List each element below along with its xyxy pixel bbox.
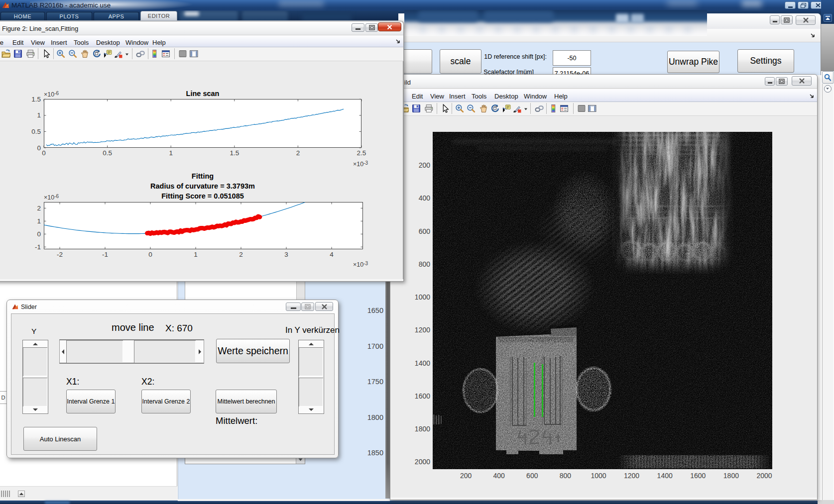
svg-text:0: 0 (42, 149, 46, 157)
svg-text:0: 0 (37, 144, 41, 152)
svg-text:×10-6: ×10-6 (44, 194, 59, 201)
svg-text:2: 2 (239, 251, 243, 258)
svg-text:4: 4 (330, 251, 334, 258)
svg-text:Fitting Score = 0.051085: Fitting Score = 0.051085 (161, 192, 244, 200)
svg-text:×10-3: ×10-3 (353, 261, 368, 268)
svg-text:2.5: 2.5 (357, 149, 366, 157)
svg-text:0: 0 (37, 230, 41, 238)
svg-text:1: 1 (37, 217, 41, 225)
svg-text:×10-6: ×10-6 (44, 91, 59, 98)
svg-text:0: 0 (148, 251, 152, 258)
svg-text:1.5: 1.5 (31, 96, 41, 103)
svg-text:2: 2 (37, 204, 41, 212)
svg-text:Radius of curvature = 3.3793m: Radius of curvature = 3.3793m (150, 182, 255, 190)
svg-text:3: 3 (284, 251, 288, 258)
svg-text:1: 1 (169, 149, 173, 157)
svg-text:1: 1 (37, 111, 41, 119)
svg-text:Line scan: Line scan (186, 90, 220, 98)
svg-text:1: 1 (194, 251, 198, 258)
svg-text:0.5: 0.5 (31, 128, 41, 135)
svg-text:-1: -1 (35, 243, 41, 251)
svg-text:0.5: 0.5 (103, 149, 112, 157)
svg-text:1.5: 1.5 (230, 149, 239, 157)
svg-text:Fitting: Fitting (192, 172, 214, 180)
svg-text:-1: -1 (102, 251, 108, 258)
svg-text:-2: -2 (57, 251, 63, 258)
svg-text:×10-3: ×10-3 (353, 160, 368, 168)
svg-text:2: 2 (296, 149, 300, 157)
